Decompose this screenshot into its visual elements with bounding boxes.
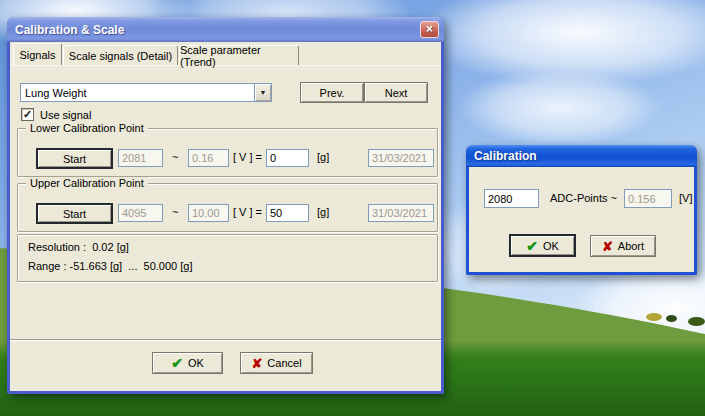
lower-volt-equals-label: [ V ] = xyxy=(233,151,262,163)
window-title: Calibration & Scale xyxy=(15,23,124,37)
prev-button[interactable]: Prev. xyxy=(300,82,364,103)
signal-select-value: Lung Weight xyxy=(21,87,254,99)
calibration-titlebar[interactable]: Calibration xyxy=(466,145,697,167)
calibration-scale-titlebar[interactable]: Calibration & Scale × xyxy=(7,17,444,42)
lower-tilde-label: ~ xyxy=(172,151,178,163)
tab-scale-parameter-trend[interactable]: Scale parameter (Trend) xyxy=(179,45,299,65)
window-title: Calibration xyxy=(474,149,537,163)
cross-icon: ✘ xyxy=(602,240,613,253)
upper-volt-equals-label: [ V ] = xyxy=(233,206,262,218)
use-signal-checkbox[interactable]: ✓ xyxy=(21,108,34,121)
prev-label: Prev. xyxy=(320,87,345,99)
bush xyxy=(688,317,705,326)
upper-calibration-group: Upper Calibration Point Start ~ [ V ] = … xyxy=(17,183,438,232)
adc-points-label: ADC-Points ~ xyxy=(550,192,617,204)
dialog-body: Signals Scale signals (Detail) Scale par… xyxy=(10,42,441,391)
check-icon: ✔ xyxy=(526,239,538,253)
lower-calibration-group: Lower Calibration Point Start ~ [ V ] = … xyxy=(17,128,438,177)
dropdown-button[interactable]: ▼ xyxy=(254,84,271,101)
tab-scale-signals-detail[interactable]: Scale signals (Detail) xyxy=(63,45,178,65)
chevron-down-icon: ▼ xyxy=(260,89,267,96)
range-text: Range : -51.663 [g] ... 50.000 [g] xyxy=(28,260,193,272)
upper-unit-label: [g] xyxy=(317,206,329,218)
start-label: Start xyxy=(63,153,86,165)
upper-start-button[interactable]: Start xyxy=(36,203,113,224)
volt-unit-label: [V] xyxy=(679,192,692,204)
lower-value-field[interactable] xyxy=(266,149,309,167)
upper-tilde-label: ~ xyxy=(172,206,178,218)
bush xyxy=(646,313,662,321)
signal-select[interactable]: Lung Weight ▼ xyxy=(20,83,272,102)
tab-signals[interactable]: Signals xyxy=(13,43,62,65)
next-label: Next xyxy=(385,87,408,99)
ok-button[interactable]: ✔ OK xyxy=(152,352,223,374)
lower-adc-field[interactable] xyxy=(118,149,163,167)
upper-value-field[interactable] xyxy=(266,204,309,222)
lower-group-title: Lower Calibration Point xyxy=(26,122,148,134)
use-signal-label: Use signal xyxy=(40,109,91,121)
resolution-text: Resolution : 0.02 [g] xyxy=(28,241,129,253)
check-icon: ✓ xyxy=(23,109,32,120)
next-button[interactable]: Next xyxy=(364,82,428,103)
upper-date-field[interactable] xyxy=(368,204,434,222)
lower-date-field[interactable] xyxy=(368,149,434,167)
lower-start-button[interactable]: Start xyxy=(36,148,113,169)
calibration-ok-button[interactable]: ✔ OK xyxy=(509,234,576,257)
close-button[interactable]: × xyxy=(420,21,439,38)
start-label: Start xyxy=(63,208,86,220)
cancel-label: Cancel xyxy=(267,357,301,369)
tab-label: Scale parameter (Trend) xyxy=(180,44,298,68)
abort-label: Abort xyxy=(618,240,644,252)
dialog-body: ADC-Points ~ [V] ✔ OK ✘ Abort xyxy=(469,167,694,269)
lower-unit-label: [g] xyxy=(317,151,329,163)
upper-group-title: Upper Calibration Point xyxy=(26,177,148,189)
upper-adc-field[interactable] xyxy=(118,204,163,222)
calibration-scale-window: Calibration & Scale × Signals Scale sign… xyxy=(7,17,444,394)
ok-label: OK xyxy=(188,357,204,369)
check-icon: ✔ xyxy=(171,356,183,370)
cancel-button[interactable]: ✘ Cancel xyxy=(240,352,313,374)
tab-label: Signals xyxy=(19,49,55,61)
adc-points-field[interactable] xyxy=(484,189,539,208)
lower-volt-field[interactable] xyxy=(188,149,229,167)
volt-field[interactable] xyxy=(624,189,672,208)
calibration-window: Calibration ADC-Points ~ [V] ✔ OK ✘ Abor… xyxy=(466,145,697,275)
calibration-abort-button[interactable]: ✘ Abort xyxy=(590,235,656,257)
cross-icon: ✘ xyxy=(251,357,262,370)
upper-volt-field[interactable] xyxy=(188,204,229,222)
close-icon: × xyxy=(426,22,433,36)
resolution-info-box: Resolution : 0.02 [g] Range : -51.663 [g… xyxy=(17,234,438,282)
ok-label: OK xyxy=(543,240,559,252)
tab-label: Scale signals (Detail) xyxy=(69,50,172,62)
bush xyxy=(666,315,677,322)
button-divider xyxy=(10,339,441,341)
